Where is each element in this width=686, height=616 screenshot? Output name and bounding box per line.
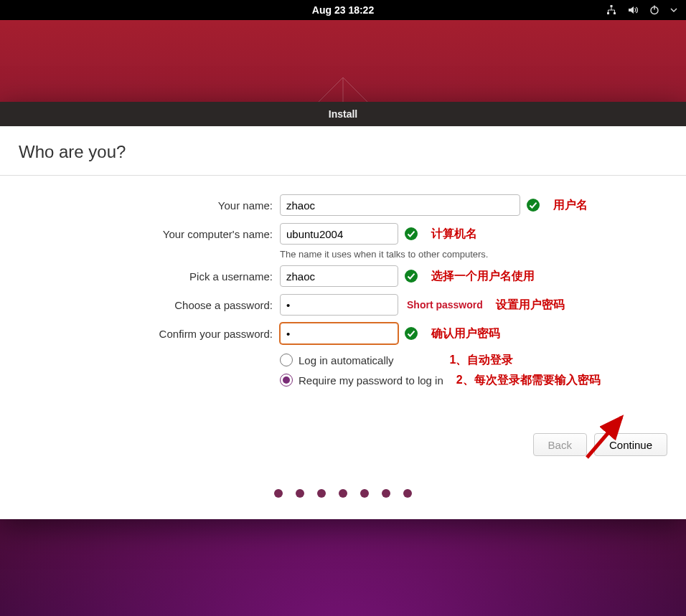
back-button[interactable]: Back xyxy=(533,433,587,456)
installer-window: Install Who are you? Your name: 用户名 Your… xyxy=(0,102,686,519)
status-icons xyxy=(606,4,677,16)
form-area: Your name: 用户名 Your computer's name: 计算机… xyxy=(0,176,686,400)
radio-auto-login[interactable]: Log in automatically 1、自动登录 xyxy=(280,350,686,370)
svg-point-8 xyxy=(527,199,540,212)
confirm-input[interactable] xyxy=(280,323,398,344)
radio-auto-label: Log in automatically xyxy=(299,354,394,366)
annotation-name: 用户名 xyxy=(553,198,588,213)
annotation-auto: 1、自动登录 xyxy=(450,353,514,368)
dot xyxy=(317,489,326,498)
svg-point-11 xyxy=(405,327,418,340)
confirm-label: Confirm your password: xyxy=(0,328,280,340)
progress-dots xyxy=(0,469,686,519)
dot xyxy=(360,489,369,498)
checkmark-icon xyxy=(404,269,418,283)
checkmark-icon xyxy=(404,326,418,341)
chevron-down-icon[interactable] xyxy=(670,6,677,14)
desktop-background: Install Who are you? Your name: 用户名 Your… xyxy=(0,20,686,616)
password-input[interactable] xyxy=(280,294,398,316)
password-label: Choose a password: xyxy=(0,299,280,311)
dot xyxy=(339,489,347,498)
annotation-username: 选择一个用户名使用 xyxy=(431,269,535,284)
dot xyxy=(382,489,390,498)
checkmark-icon xyxy=(404,227,418,241)
name-label: Your name: xyxy=(0,199,280,212)
password-warning: Short password xyxy=(407,299,483,311)
window-title[interactable]: Install xyxy=(0,102,686,126)
name-input[interactable] xyxy=(280,194,520,216)
annotation-confirm: 确认用户密码 xyxy=(431,326,500,341)
network-icon[interactable] xyxy=(606,4,617,16)
svg-rect-4 xyxy=(654,6,654,10)
svg-point-9 xyxy=(405,227,418,240)
computer-label: Your computer's name: xyxy=(0,228,280,240)
annotation-computer: 计算机名 xyxy=(431,227,477,242)
page-heading: Who are you? xyxy=(0,126,686,175)
svg-point-10 xyxy=(405,270,418,283)
radio-require-password[interactable]: Require my password to log in 2、每次登录都需要输… xyxy=(280,370,686,390)
power-icon[interactable] xyxy=(649,4,660,16)
svg-rect-2 xyxy=(614,12,616,14)
row-password: Choose a password: Short password 设置用户密码 xyxy=(0,293,686,317)
radio-icon xyxy=(280,354,293,366)
clock[interactable]: Aug 23 18:22 xyxy=(312,4,374,16)
row-username: Pick a username: 选择一个用户名使用 xyxy=(0,264,686,288)
radio-require-label: Require my password to log in xyxy=(299,374,443,387)
row-your-name: Your name: 用户名 xyxy=(0,193,686,217)
computer-input[interactable] xyxy=(280,223,398,245)
continue-button[interactable]: Continue xyxy=(594,433,667,456)
dot xyxy=(403,489,412,498)
annotation-password: 设置用户密码 xyxy=(496,298,565,313)
annotation-require: 2、每次登录都需要输入密码 xyxy=(456,373,601,388)
username-input[interactable] xyxy=(280,265,398,287)
radio-icon xyxy=(280,374,293,387)
username-label: Pick a username: xyxy=(0,270,280,283)
system-top-bar: Aug 23 18:22 xyxy=(0,0,686,20)
dot xyxy=(296,489,304,498)
dot xyxy=(274,489,283,498)
computer-hint: The name it uses when it talks to other … xyxy=(280,249,686,260)
row-confirm-password: Confirm your password: 确认用户密码 xyxy=(0,321,686,346)
svg-rect-1 xyxy=(607,12,609,14)
checkmark-icon xyxy=(526,198,540,212)
svg-rect-0 xyxy=(611,5,613,7)
row-computer-name: Your computer's name: 计算机名 xyxy=(0,222,686,246)
button-bar: Back Continue xyxy=(0,400,686,469)
volume-icon[interactable] xyxy=(627,4,639,16)
